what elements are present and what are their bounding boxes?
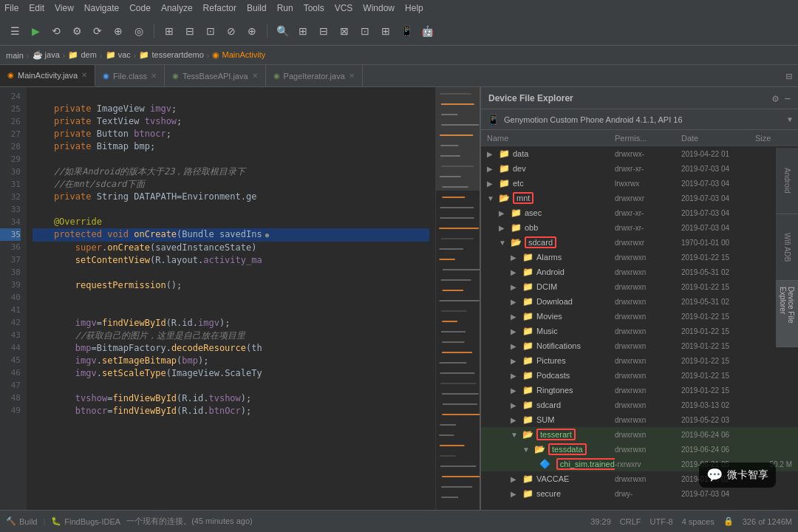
menu-tools[interactable]: Tools (304, 3, 324, 13)
toolbar-btn-8[interactable]: ⊞ (160, 22, 178, 40)
tree-item-alarms[interactable]: ▶ 📁 Alarms drwxrwxn 2019-01-22 15 (481, 250, 798, 265)
tree-item-dev[interactable]: ▶ 📁 dev drwxr-xr- 2019-07-03 04 (481, 161, 798, 176)
tree-item-dcim[interactable]: ▶ 📁 DCIM drwxrwxn 2019-01-22 15 (481, 279, 798, 294)
tree-item-download[interactable]: ▶ 📁 Download drwxrwxn 2019-05-31 02 (481, 294, 798, 309)
close-icon[interactable]: − (785, 92, 791, 104)
expand-dcim[interactable]: ▶ (511, 283, 519, 291)
expand-download[interactable]: ▶ (511, 298, 519, 306)
tree-item-sdcard[interactable]: ▼ 📂 sdcard drwxrwxr 1970-01-01 00 (481, 235, 798, 250)
toolbar-btn-20[interactable]: 🤖 (418, 22, 436, 40)
expand-notifications[interactable]: ▶ (511, 342, 519, 350)
tree-item-notifications[interactable]: ▶ 📁 Notifications drwxrwxn 2019-01-22 15 (481, 338, 798, 353)
expand-podcasts[interactable]: ▶ (511, 372, 519, 380)
menu-build[interactable]: Build (247, 3, 267, 13)
expand-android[interactable]: ▶ (511, 268, 519, 276)
toolbar-btn-4[interactable]: ⚙ (68, 22, 86, 40)
menu-analyze[interactable]: Analyze (161, 3, 193, 13)
toolbar-btn-1[interactable]: ☰ (6, 22, 24, 40)
tab-tessbaseapi[interactable]: ◉ TessBaseAPI.java ✕ (165, 65, 266, 86)
tree-item-mnt[interactable]: ▼ 📂 mnt drwxrwxr 2019-07-03 04 (481, 191, 798, 205)
file-tree[interactable]: ▶ 📁 data drwxrwx- 2019-04-22 01 ▶ 📁 dev … (481, 146, 798, 510)
tab-split-icon[interactable]: ⊟ (786, 70, 792, 82)
status-build[interactable]: 🔨 Build (6, 516, 37, 526)
code-content[interactable]: private ImageView imgv; private TextView… (27, 87, 435, 510)
toolbar-btn-17[interactable]: ⊡ (356, 22, 374, 40)
dropdown-icon[interactable]: ▼ (788, 115, 792, 123)
expand-sdcard2[interactable]: ▶ (511, 401, 519, 409)
toolbar-btn-6[interactable]: ⊕ (109, 22, 127, 40)
tree-item-tessdata[interactable]: ▼ 📂 tessdata drwxrwxn 2019-06-24 06 (481, 442, 798, 457)
menu-view[interactable]: View (55, 3, 74, 13)
tab-close-mainactivity[interactable]: ✕ (81, 71, 87, 79)
tree-item-movies[interactable]: ▶ 📁 Movies drwxrwxn 2019-01-22 15 (481, 309, 798, 324)
tab-close-fileclass[interactable]: ✕ (151, 72, 157, 80)
expand-vaccae[interactable]: ▶ (511, 475, 519, 483)
menu-vcs[interactable]: VCS (335, 3, 353, 13)
tab-pageiterator[interactable]: ◉ PageIterator.java ✕ (266, 65, 363, 86)
expand-ringtones[interactable]: ▶ (511, 386, 519, 395)
toolbar-btn-18[interactable]: ⊞ (377, 22, 395, 40)
run-button[interactable]: ▶ (27, 22, 44, 40)
tree-item-tesserart[interactable]: ▼ 📂 tesserart drwxrwxn 2019-06-24 06 (481, 427, 798, 442)
menu-file[interactable]: File (4, 3, 18, 13)
search-button[interactable]: 🔍 (273, 22, 291, 40)
status-findbugs[interactable]: 🐛 FindBugs-IDEA (51, 516, 120, 526)
tree-item-android[interactable]: ▶ 📁 Android drwxrwxn 2019-05-31 02 (481, 265, 798, 279)
toolbar-btn-16[interactable]: ⊠ (335, 22, 353, 40)
toolbar-btn-19[interactable]: 📱 (398, 22, 415, 40)
tree-item-secure[interactable]: ▶ 📁 secure drwy- 2019-07-03 04 (481, 486, 798, 501)
expand-secure[interactable]: ▶ (511, 490, 519, 498)
breadcrumb-mainactivity[interactable]: ◉ MainActivity (212, 50, 265, 60)
settings-icon[interactable]: ⚙ (772, 92, 778, 104)
expand-pictures[interactable]: ▶ (511, 357, 519, 365)
breadcrumb-vac[interactable]: 📁 vac (106, 50, 131, 60)
tree-item-obb[interactable]: ▶ 📁 obb drwxr-xr- 2019-07-03 04 (481, 220, 798, 235)
expand-mnt[interactable]: ▼ (487, 194, 496, 202)
device-selector[interactable]: 📱 Genymotion Custom Phone Android 4.1.1,… (481, 109, 798, 130)
expand-tesserart[interactable]: ▼ (511, 431, 519, 439)
breadcrumb-tesserartdemo[interactable]: 📁 tesserartdemo (139, 50, 203, 60)
expand-obb[interactable]: ▶ (499, 224, 508, 232)
tab-mainactivity[interactable]: ◉ MainActivity.java ✕ (0, 65, 95, 86)
tree-item-etc[interactable]: ▶ 📁 etc lrwxrwx 2019-07-03 04 (481, 176, 798, 191)
right-tab-device-file-explorer[interactable]: Device File Explorer (776, 281, 798, 347)
menu-window[interactable]: Window (363, 3, 395, 13)
expand-alarms[interactable]: ▶ (511, 253, 519, 262)
tree-item-pictures[interactable]: ▶ 📁 Pictures drwxrwxn 2019-01-22 15 (481, 353, 798, 368)
expand-tessdata[interactable]: ▼ (522, 446, 531, 454)
toolbar-btn-5[interactable]: ⟳ (89, 22, 106, 40)
menu-refactor[interactable]: Refactor (203, 3, 236, 13)
tab-close-pageiterator[interactable]: ✕ (349, 72, 355, 80)
toolbar-btn-11[interactable]: ⊘ (222, 22, 240, 40)
menu-edit[interactable]: Edit (29, 3, 44, 13)
expand-music[interactable]: ▶ (511, 327, 519, 335)
tree-item-sum[interactable]: ▶ 📁 SUM drwxrwxn 2019-05-22 03 (481, 412, 798, 427)
breadcrumb-main[interactable]: main (6, 51, 24, 60)
tab-close-tessbaseapi[interactable]: ✕ (252, 72, 258, 80)
toolbar-btn-7[interactable]: ◎ (130, 22, 148, 40)
toolbar-btn-12[interactable]: ⊕ (243, 22, 261, 40)
expand-etc[interactable]: ▶ (487, 180, 496, 188)
tab-fileclass[interactable]: ◉ File.class ✕ (95, 65, 165, 86)
menu-navigate[interactable]: Navigate (84, 3, 119, 13)
tree-item-music[interactable]: ▶ 📁 Music drwxrwxn 2019-01-22 15 (481, 324, 798, 338)
tree-item-data[interactable]: ▶ 📁 data drwxrwx- 2019-04-22 01 (481, 146, 798, 161)
expand-dev[interactable]: ▶ (487, 165, 496, 173)
tree-item-asec[interactable]: ▶ 📁 asec drwxr-xr- 2019-07-03 04 (481, 205, 798, 220)
expand-movies[interactable]: ▶ (511, 313, 519, 321)
breadcrumb-dem[interactable]: 📁 dem (68, 50, 96, 60)
right-tab-android[interactable]: Android (776, 148, 798, 214)
toolbar-btn-10[interactable]: ⊡ (202, 22, 219, 40)
expand-data[interactable]: ▶ (487, 150, 496, 158)
expand-sum[interactable]: ▶ (511, 416, 519, 424)
toolbar-btn-3[interactable]: ⟲ (47, 22, 65, 40)
toolbar-btn-9[interactable]: ⊟ (181, 22, 199, 40)
toolbar-btn-14[interactable]: ⊞ (294, 22, 312, 40)
right-tab-wifi-adb[interactable]: Wifi ADB (776, 214, 798, 281)
menu-run[interactable]: Run (277, 3, 293, 13)
menu-code[interactable]: Code (129, 3, 151, 13)
expand-sdcard[interactable]: ▼ (499, 239, 508, 247)
toolbar-btn-15[interactable]: ⊟ (315, 22, 332, 40)
breadcrumb-java[interactable]: ☕ java (33, 50, 60, 60)
menu-help[interactable]: Help (405, 3, 423, 13)
